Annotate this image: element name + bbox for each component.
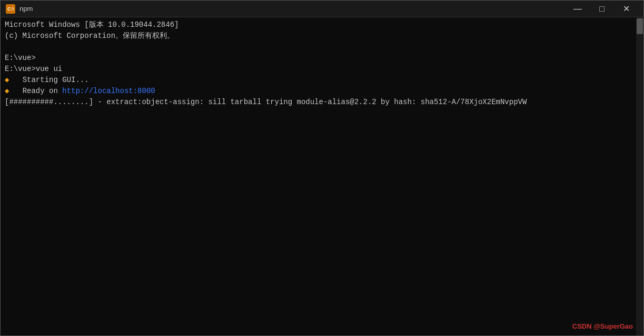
terminal-content: Microsoft Windows [版本 10.0.19044.2846] (…	[5, 19, 639, 108]
maximize-button[interactable]: □	[590, 1, 614, 17]
watermark: CSDN @SuperGao	[572, 322, 633, 330]
scrollbar-thumb[interactable]	[637, 18, 643, 34]
line-5: E:\vue>vue ui	[5, 64, 631, 75]
line-6: ◆ Starting GUI...	[5, 75, 631, 86]
terminal-window: C:\ npm — □ ✕ Microsoft Windows [版本 10.0…	[0, 0, 644, 336]
line-4: E:\vue>	[5, 53, 631, 64]
window-icon: C:\	[6, 4, 15, 14]
scrollbar[interactable]	[636, 17, 643, 335]
terminal-body[interactable]: Microsoft Windows [版本 10.0.19044.2846] (…	[1, 17, 643, 335]
minimize-button[interactable]: —	[566, 1, 590, 17]
close-button[interactable]: ✕	[614, 1, 638, 17]
line-8: [##########........] - extract:object-as…	[5, 97, 631, 108]
line-7: ◆ Ready on http://localhost:8000	[5, 86, 631, 97]
line-1: Microsoft Windows [版本 10.0.19044.2846]	[5, 19, 631, 30]
line-2: (c) Microsoft Corporation。保留所有权利。	[5, 30, 631, 42]
window-title: npm	[19, 5, 566, 13]
window-controls: — □ ✕	[566, 1, 638, 17]
line-3	[5, 42, 631, 53]
title-bar: C:\ npm — □ ✕	[1, 1, 643, 17]
